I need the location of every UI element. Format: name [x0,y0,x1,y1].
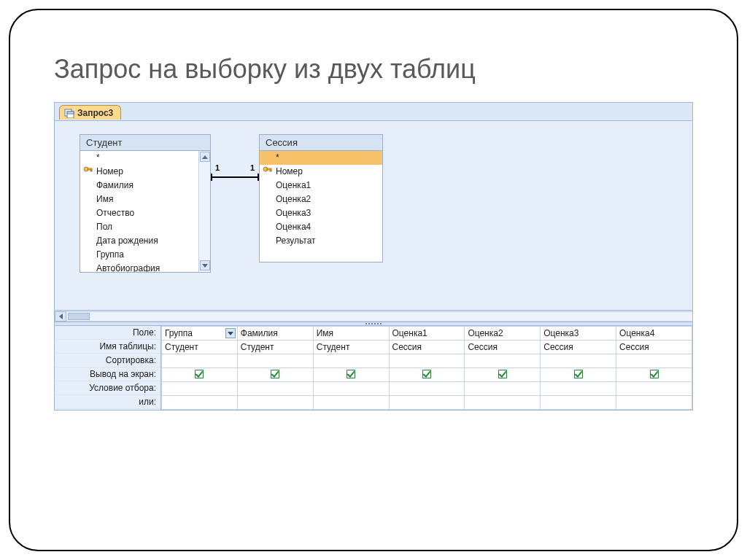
access-query-designer: Запрос3 Студент * Номер Фамил [54,102,693,411]
primary-key-icon [263,166,272,176]
relationship-left-cardinality: 1 [215,163,220,172]
grid-cell-table[interactable]: Студент [162,341,238,354]
grid-row-labels: Поле: Имя таблицы: Сортировка: Вывод на … [55,326,161,410]
grid-cell-table[interactable]: Сессия [541,341,616,354]
grid-cell-or[interactable] [616,396,692,410]
row-label-sort: Сортировка: [55,354,160,368]
grid-cell-show[interactable] [465,368,541,382]
checkbox-checked-icon [650,370,659,378]
checkbox-checked-icon [347,370,355,378]
checkbox-checked-icon [195,370,204,378]
grid-cell-field[interactable]: Имя [313,327,389,341]
grid-cell-or[interactable] [237,396,313,410]
grid-cell-criteria[interactable] [389,382,465,396]
grid-cell-show[interactable] [162,368,238,382]
grid-cell-criteria[interactable] [465,382,541,396]
grid-cell-field[interactable]: Фамилия [237,327,313,341]
checkbox-checked-icon [498,370,507,378]
field-item[interactable]: Фамилия [80,179,210,192]
grid-cell-or[interactable] [313,396,389,410]
table-box-session[interactable]: Сессия * Номер Оценка1 Оценка2 Оценка3 [259,134,383,262]
relationship-link[interactable]: 1 1 [211,172,259,181]
grid-cell-criteria[interactable] [313,382,389,396]
grid-cell-table[interactable]: Сессия [465,341,541,354]
grid-cell-show[interactable] [541,368,616,382]
field-item[interactable]: Отчество [80,206,210,220]
svg-rect-8 [270,170,271,171]
grid-cell-or[interactable] [162,396,238,410]
grid-cell-sort[interactable] [162,354,238,368]
grid-cell-table[interactable]: Сессия [616,341,692,354]
scroll-down-button[interactable] [200,260,210,271]
grid-cell-sort[interactable] [389,354,465,368]
pane-splitter[interactable] [55,322,692,326]
field-item[interactable]: Оценка3 [260,206,382,220]
row-label-show: Вывод на экран: [55,368,160,381]
grid-cell-field[interactable]: Оценка3 [541,327,616,341]
query-tab[interactable]: Запрос3 [59,105,121,120]
grid-cell-or[interactable] [389,396,465,410]
field-item[interactable]: Оценка2 [260,192,382,206]
field-item[interactable]: Дата рождения [80,234,210,248]
grid-columns: Группа Фамилия Имя Оценка1 Оценка2 Оценк… [161,326,692,410]
grid-cell-show[interactable] [389,368,465,382]
field-item[interactable]: Оценка4 [260,220,382,234]
scroll-up-button[interactable] [200,152,210,162]
grid-cell-or[interactable] [465,396,541,410]
dropdown-arrow-icon[interactable] [225,328,236,338]
table-box-student[interactable]: Студент * Номер Фамилия Имя Отчество [80,134,211,273]
grid-cell-table[interactable]: Студент [313,341,389,354]
relationship-canvas[interactable]: Студент * Номер Фамилия Имя Отчество [55,120,692,310]
grid-cell-sort[interactable] [616,354,692,368]
svg-rect-5 [90,170,92,171]
scroll-left-button[interactable] [55,311,66,322]
grid-cell-show[interactable] [237,368,313,382]
grid-cell-sort[interactable] [541,354,616,368]
checkbox-checked-icon [422,370,431,378]
grid-cell-criteria[interactable] [237,382,313,396]
splitter-grip-icon [359,323,388,325]
table-title-student: Студент [80,135,210,151]
grid-cell-criteria[interactable] [162,382,238,396]
table-field-list-session: * Номер Оценка1 Оценка2 Оценка3 Оценка4 … [260,151,382,262]
grid-cell-field[interactable]: Оценка2 [465,327,541,341]
grid-cell-sort[interactable] [237,354,313,368]
query-icon [64,108,74,118]
field-item[interactable]: Имя [80,192,210,206]
scroll-thumb[interactable] [68,313,90,320]
field-item[interactable]: * [80,151,210,165]
grid-cell-show[interactable] [616,368,692,382]
scrollbar-vertical[interactable] [198,151,210,272]
grid-cell-sort[interactable] [313,354,389,368]
primary-key-icon [83,166,93,176]
grid-cell-or[interactable] [541,396,616,410]
field-item[interactable]: Номер [80,165,210,179]
grid-cell-criteria[interactable] [616,382,692,396]
grid-cell-field[interactable]: Оценка4 [616,327,692,341]
field-item[interactable]: Пол [80,220,210,234]
field-item[interactable]: Номер [260,165,382,179]
grid-cell-sort[interactable] [465,354,541,368]
checkbox-checked-icon [574,370,583,378]
field-item[interactable]: Группа [80,248,210,262]
field-item[interactable]: Автобиография [80,262,210,272]
table-title-session: Сессия [260,135,382,151]
grid-cell-field[interactable]: Оценка1 [389,327,465,341]
query-design-grid: Поле: Имя таблицы: Сортировка: Вывод на … [55,326,692,410]
field-item[interactable]: * [260,151,382,165]
svg-rect-2 [67,112,74,114]
field-item[interactable]: Оценка1 [260,179,382,192]
row-label-table: Имя таблицы: [55,340,160,354]
slide-title: Запрос на выборку из двух таблиц [54,54,693,85]
grid-cell-table[interactable]: Сессия [389,341,465,354]
grid-cell-field[interactable]: Группа [162,327,238,341]
field-item[interactable]: Результат [260,234,382,248]
grid-cell-table[interactable]: Студент [237,341,313,354]
row-label-or: или: [55,395,160,409]
row-label-field: Поле: [55,326,160,340]
scroll-track[interactable] [66,311,692,322]
grid-cell-criteria[interactable] [541,382,616,396]
field-label: Номер [276,166,303,176]
canvas-horizontal-scrollbar[interactable] [55,310,692,322]
grid-cell-show[interactable] [313,368,389,382]
